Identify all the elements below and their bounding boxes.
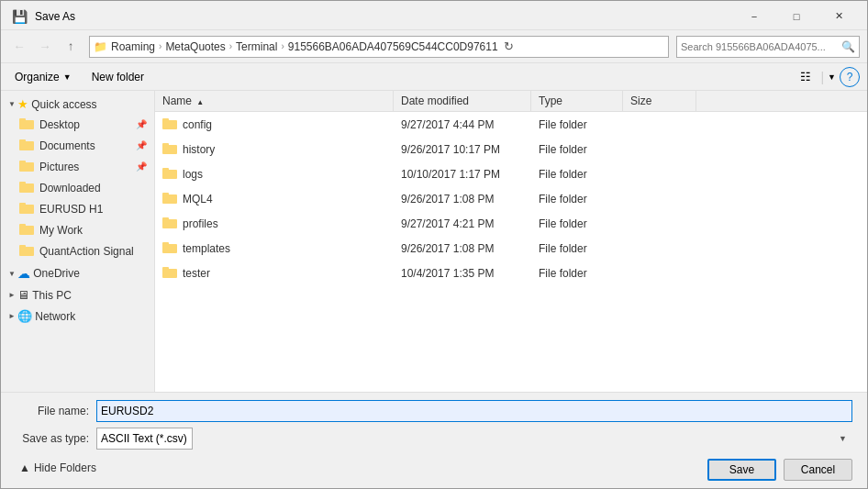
- dialog-title: Save As: [35, 10, 75, 23]
- cancel-button[interactable]: Cancel: [784, 459, 852, 481]
- back-button[interactable]: ←: [8, 36, 30, 58]
- forward-button[interactable]: →: [34, 36, 56, 58]
- eurusd-folder-icon: [19, 201, 34, 217]
- table-row[interactable]: MQL4 9/26/2017 1:08 PM File folder: [155, 186, 867, 211]
- view-icon: ☷: [800, 70, 811, 83]
- close-button[interactable]: ✕: [818, 7, 860, 26]
- sidebar-item-documents-label: Documents: [39, 139, 95, 152]
- col-header-size[interactable]: Size: [623, 91, 696, 111]
- sidebar-item-pictures[interactable]: Pictures 📌: [1, 156, 154, 177]
- svg-rect-1: [19, 118, 26, 122]
- file-list-header: Name ▲ Date modified Type Size: [155, 91, 867, 112]
- search-input[interactable]: [681, 41, 838, 52]
- crumb-hash: 915566BA06ADA407569C544CC0D97611: [288, 40, 498, 53]
- minimize-button[interactable]: −: [733, 7, 775, 26]
- table-row[interactable]: config 9/27/2017 4:44 PM File folder: [155, 112, 867, 137]
- save-button[interactable]: Save: [707, 459, 776, 481]
- search-box[interactable]: 🔍: [676, 36, 860, 58]
- mywork-folder-icon: [19, 222, 34, 238]
- col-header-name[interactable]: Name ▲: [155, 91, 394, 111]
- downloaded-folder-icon: [19, 180, 34, 195]
- window-controls: − □ ✕: [733, 7, 860, 26]
- sidebar-item-mywork[interactable]: My Work: [1, 219, 154, 240]
- file-list: Name ▲ Date modified Type Size config: [155, 91, 867, 392]
- sidebar-item-downloaded[interactable]: Downloaded: [1, 177, 154, 198]
- sidebar-item-desktop[interactable]: Desktop 📌: [1, 114, 154, 135]
- sidebar-item-desktop-label: Desktop: [39, 118, 80, 131]
- sidebar-item-pictures-label: Pictures: [39, 161, 79, 173]
- onedrive-header[interactable]: ▼ ☁ OneDrive: [1, 263, 154, 283]
- hide-folders-button[interactable]: ▲ Hide Folders: [16, 460, 100, 476]
- pictures-folder-icon: [19, 159, 34, 174]
- network-label: Network: [35, 310, 75, 323]
- address-crumbs: Roaming › MetaQuotes › Terminal › 915566…: [111, 40, 498, 53]
- title-bar: 💾 Save As − □ ✕: [1, 1, 867, 30]
- up-button[interactable]: ↑: [60, 36, 82, 58]
- table-row[interactable]: tester 10/4/2017 1:35 PM File folder: [155, 261, 867, 285]
- table-row[interactable]: templates 9/26/2017 1:08 PM File folder: [155, 236, 867, 261]
- sidebar-item-quantaction-label: QuantAction Signal: [39, 245, 134, 258]
- thispc-label: This PC: [32, 289, 72, 302]
- main-content: ▼ ★ Quick access Desktop 📌 Documents 📌: [1, 91, 867, 392]
- network-section: ► 🌐 Network: [1, 306, 154, 326]
- folder-icon: [162, 216, 177, 231]
- folder-icon: [162, 141, 177, 157]
- table-row[interactable]: logs 10/10/2017 1:17 PM File folder: [155, 161, 867, 186]
- sort-arrow-icon: ▲: [196, 98, 204, 106]
- svg-rect-15: [162, 118, 169, 122]
- view-button[interactable]: ☷: [795, 67, 817, 87]
- sidebar-item-quantaction[interactable]: QuantAction Signal: [1, 240, 154, 261]
- hide-folders-arrow-icon: ▲: [19, 461, 30, 474]
- maximize-button[interactable]: □: [775, 7, 818, 26]
- sidebar-item-documents[interactable]: Documents 📌: [1, 135, 154, 156]
- table-row[interactable]: history 9/26/2017 10:17 PM File folder: [155, 137, 867, 161]
- organize-chevron-icon: ▼: [63, 72, 72, 82]
- bottom-section: File name: Save as type: ASCII Text (*.c…: [1, 392, 867, 488]
- quick-access-chevron-icon: ▼: [8, 100, 16, 108]
- svg-rect-7: [19, 182, 26, 185]
- address-bar[interactable]: 📁 Roaming › MetaQuotes › Terminal › 9155…: [89, 36, 669, 58]
- new-folder-button[interactable]: New folder: [85, 67, 150, 87]
- thispc-section: ► 🖥 This PC: [1, 285, 154, 305]
- svg-rect-13: [19, 245, 26, 249]
- view-divider: |: [820, 70, 824, 84]
- help-button[interactable]: ?: [840, 67, 860, 87]
- sidebar-item-eurusd[interactable]: EURUSD H1: [1, 198, 154, 219]
- folder-icon: [162, 191, 177, 206]
- new-folder-label: New folder: [92, 71, 144, 83]
- folder-icon: [162, 240, 177, 256]
- svg-rect-17: [162, 143, 169, 147]
- svg-rect-5: [19, 161, 26, 164]
- address-folder-icon: 📁: [94, 40, 107, 53]
- refresh-button[interactable]: ↻: [500, 38, 518, 56]
- desktop-folder-icon: [19, 117, 34, 132]
- network-chevron-icon: ►: [8, 312, 16, 320]
- organize-toolbar: Organize ▼ New folder ☷ | ▼ ?: [1, 63, 867, 91]
- filename-input[interactable]: [96, 400, 852, 422]
- quantaction-folder-icon: [19, 243, 34, 259]
- network-header[interactable]: ► 🌐 Network: [1, 306, 154, 326]
- col-header-type[interactable]: Type: [531, 91, 623, 111]
- svg-rect-19: [162, 168, 169, 172]
- quick-access-label: Quick access: [31, 98, 96, 111]
- saveas-select[interactable]: ASCII Text (*.csv): [96, 428, 193, 450]
- thispc-header[interactable]: ► 🖥 This PC: [1, 285, 154, 305]
- address-toolbar: ← → ↑ 📁 Roaming › MetaQuotes › Terminal …: [1, 30, 867, 63]
- pin-icon: 📌: [136, 119, 147, 129]
- col-header-date[interactable]: Date modified: [394, 91, 531, 111]
- documents-folder-icon: [19, 138, 34, 153]
- cancel-button-label: Cancel: [801, 463, 835, 476]
- saveas-select-wrapper: ASCII Text (*.csv): [96, 428, 852, 450]
- bottom-controls: ▲ Hide Folders Save Cancel: [16, 455, 852, 481]
- saveas-label: Save as type:: [16, 432, 89, 445]
- organize-label: Organize: [15, 71, 60, 83]
- onedrive-section: ▼ ☁ OneDrive: [1, 263, 154, 283]
- folder-icon: [162, 117, 177, 132]
- quick-access-header[interactable]: ▼ ★ Quick access: [1, 94, 154, 114]
- organize-button[interactable]: Organize ▼: [8, 67, 78, 87]
- sidebar: ▼ ★ Quick access Desktop 📌 Documents 📌: [1, 91, 155, 392]
- network-icon: 🌐: [17, 309, 32, 323]
- filename-label: File name:: [16, 405, 89, 417]
- table-row[interactable]: profiles 9/27/2017 4:21 PM File folder: [155, 211, 867, 236]
- crumb-roaming: Roaming: [111, 40, 155, 53]
